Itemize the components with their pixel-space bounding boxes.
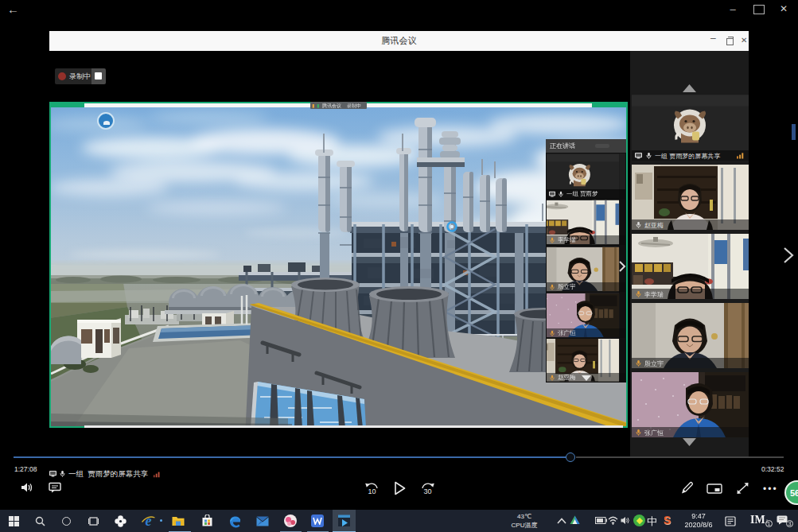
svg-text:10: 10 bbox=[368, 487, 376, 495]
svg-text:30: 30 bbox=[423, 487, 431, 495]
svg-text:e: e bbox=[146, 513, 152, 528]
